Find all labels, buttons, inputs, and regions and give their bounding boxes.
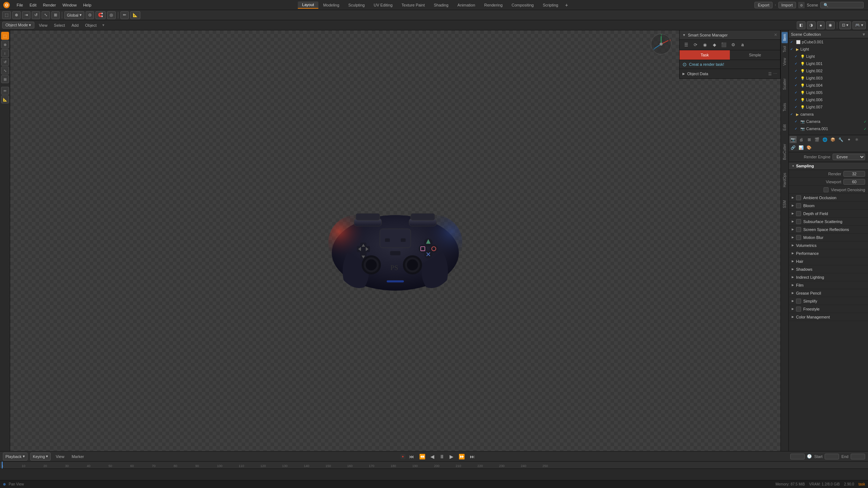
prop-tab-data[interactable]: 📊 <box>797 144 805 151</box>
toolbar-scale[interactable]: ⤡ <box>42 11 50 19</box>
proportional-edit-btn[interactable]: ◎ <box>107 11 116 19</box>
prop-tab-object[interactable]: 📦 <box>829 136 837 143</box>
create-render-task-btn[interactable]: ⊙ Creat a render task! <box>680 60 780 69</box>
panel-collapse-triangle[interactable]: ▼ <box>682 33 686 37</box>
workspace-tab-texture-paint[interactable]: Texture Paint <box>397 2 429 8</box>
prop-tab-scene[interactable]: 🎬 <box>813 136 821 143</box>
transform-orientation-select[interactable]: Global ▾ <box>64 11 84 19</box>
toolbar-transform[interactable]: ⊞ <box>51 11 60 19</box>
vert-tab-boxcutter[interactable]: BoxCutter <box>782 142 788 162</box>
gizmo-btn[interactable]: 🎮 ▾ <box>852 21 866 29</box>
outliner-item-light[interactable]: ✓ 💡 Light <box>793 53 868 60</box>
tool-measure[interactable]: 📐 <box>1 95 9 103</box>
play-btn[interactable]: ▶ <box>448 453 455 460</box>
end-frame-input[interactable]: 1 <box>851 454 865 459</box>
outliner-item-light003[interactable]: ✓ 💡 Light.003 <box>793 74 868 82</box>
panel-icon-a[interactable]: a <box>739 41 746 48</box>
panel-icon-gear[interactable]: ⚙ <box>729 41 737 48</box>
menu-window[interactable]: Window <box>60 2 80 8</box>
prop-tab-render[interactable]: 📷 <box>790 136 797 143</box>
outliner-item-camera-col[interactable]: ✓ ▶ camera <box>789 111 868 118</box>
freestyle-section[interactable]: ▶ Freestyle <box>789 305 868 313</box>
bloom-section[interactable]: ▶ Bloom <box>789 202 868 210</box>
tool-annotate[interactable]: ✏ <box>1 87 9 95</box>
panel-tab-task[interactable]: Task <box>680 50 730 60</box>
tool-transform[interactable]: ⊞ <box>1 75 9 83</box>
sss-checkbox[interactable] <box>796 219 801 224</box>
vert-tab-view[interactable]: View <box>782 56 788 68</box>
viewport-shading-4[interactable]: ◉ <box>826 21 835 29</box>
outliner-item-pcube[interactable]: ✓ ⬜ pCube3.001 <box>789 38 868 46</box>
panel-tab-simple[interactable]: Simple <box>730 50 780 60</box>
ssr-checkbox[interactable] <box>796 227 801 232</box>
record-btn[interactable]: ● <box>400 454 405 459</box>
vert-tab-edit[interactable]: Edit <box>782 122 788 133</box>
panel-close-btn[interactable]: ✕ <box>774 33 777 37</box>
object-data-list-icon[interactable]: ☰ <box>768 72 772 76</box>
jump-end-btn[interactable]: ⏭ <box>468 453 476 460</box>
panel-icon-diamond[interactable]: ◆ <box>711 41 718 48</box>
outliner-item-camera[interactable]: ✓ 📷 Camera ✓ <box>793 118 868 125</box>
workspace-tab-scripting[interactable]: Scripting <box>539 2 563 8</box>
menu-expand-btn[interactable]: ▾ <box>102 23 105 27</box>
keying-mode-select[interactable]: Keying ▾ <box>30 453 51 461</box>
toolbar-rotate[interactable]: ↺ <box>32 11 40 19</box>
hair-section[interactable]: ▶ Hair <box>789 257 868 265</box>
viewport-denoising-checkbox[interactable] <box>824 187 829 192</box>
prop-tab-view-layer[interactable]: ⊞ <box>805 136 813 143</box>
add-workspace-btn[interactable]: + <box>563 2 570 8</box>
vert-tab-hardops[interactable]: HardOps <box>782 171 788 189</box>
workspace-tab-shading[interactable]: Shading <box>429 2 452 8</box>
overlay-btn[interactable]: ⊡ ▾ <box>839 21 851 29</box>
subsurface-scattering-section[interactable]: ▶ Subsurface Scattering <box>789 218 868 226</box>
tool-cursor[interactable]: ⊕ <box>1 40 9 48</box>
prop-tab-constraints[interactable]: 🔗 <box>790 144 797 151</box>
import-btn[interactable]: Import <box>778 2 796 8</box>
prop-tab-particles[interactable]: ✦ <box>845 136 852 143</box>
clock-icon[interactable]: 🕐 <box>807 454 812 459</box>
outliner-item-light004[interactable]: ✓ 💡 Light.004 <box>793 82 868 89</box>
performance-section[interactable]: ▶ Performance <box>789 249 868 257</box>
viewport-gizmo[interactable]: X Y Z <box>650 33 672 55</box>
measure-btn[interactable]: 📐 <box>130 11 140 19</box>
menu-file[interactable]: File <box>14 2 26 8</box>
next-frame-btn[interactable]: ⏩ <box>457 453 466 460</box>
annotate-btn[interactable]: ✏ <box>120 11 129 19</box>
motion-blur-section[interactable]: ▶ Motion Blur <box>789 234 868 241</box>
ssr-section[interactable]: ▶ Screen Space Reflections <box>789 226 868 234</box>
viewport-shading-2[interactable]: ◑ <box>807 21 816 29</box>
workspace-tab-rendering[interactable]: Rendering <box>480 2 507 8</box>
viewport-shading-3[interactable]: ● <box>817 21 825 29</box>
toolbar-move[interactable]: ⇥ <box>22 11 30 19</box>
grease-pencil-section[interactable]: ▶ Grease Pencil <box>789 289 868 297</box>
bloom-checkbox[interactable] <box>796 203 801 208</box>
stop-btn[interactable]: ⏸ <box>438 453 446 460</box>
mb-checkbox[interactable] <box>796 235 801 240</box>
menu-help[interactable]: Help <box>80 2 94 8</box>
viewport-samples-input[interactable]: 60 <box>843 179 865 185</box>
prop-tab-world[interactable]: 🌐 <box>821 136 829 143</box>
panel-icon-refresh[interactable]: ⟳ <box>692 41 699 48</box>
shadows-section[interactable]: ▶ Shadows <box>789 265 868 273</box>
tool-scale[interactable]: ⤡ <box>1 67 9 74</box>
object-data-more-icon[interactable]: ⋯ <box>773 72 777 76</box>
menu-select[interactable]: Select <box>52 22 67 28</box>
tool-select[interactable]: ⬚ <box>1 32 9 40</box>
depth-of-field-section[interactable]: ▶ Depth of Field <box>789 210 868 218</box>
simplify-checkbox[interactable] <box>796 299 801 304</box>
vert-tab-scatter[interactable]: Scatter <box>782 76 788 92</box>
search-input[interactable] <box>820 2 864 8</box>
play-back-btn[interactable]: ◀ <box>429 453 436 460</box>
ao-checkbox[interactable] <box>796 195 801 200</box>
film-section[interactable]: ▶ Film <box>789 281 868 289</box>
outliner-item-light-collection[interactable]: ✓ ▶ Light <box>789 46 868 53</box>
viewport-canvas[interactable]: PS X Y <box>10 30 780 451</box>
current-frame-input[interactable]: 1 <box>790 454 805 459</box>
simplify-section[interactable]: ▶ Simplify <box>789 297 868 305</box>
dof-checkbox[interactable] <box>796 211 801 216</box>
outliner-item-light005[interactable]: ✓ 💡 Light.005 <box>793 89 868 96</box>
playback-mode-select[interactable]: Playback ▾ <box>3 453 27 461</box>
panel-icon-list[interactable]: ☰ <box>682 41 690 48</box>
viewport-shading-1[interactable]: ◧ <box>797 21 805 29</box>
indirect-lighting-section[interactable]: ▶ Indirect Lighting <box>789 273 868 281</box>
